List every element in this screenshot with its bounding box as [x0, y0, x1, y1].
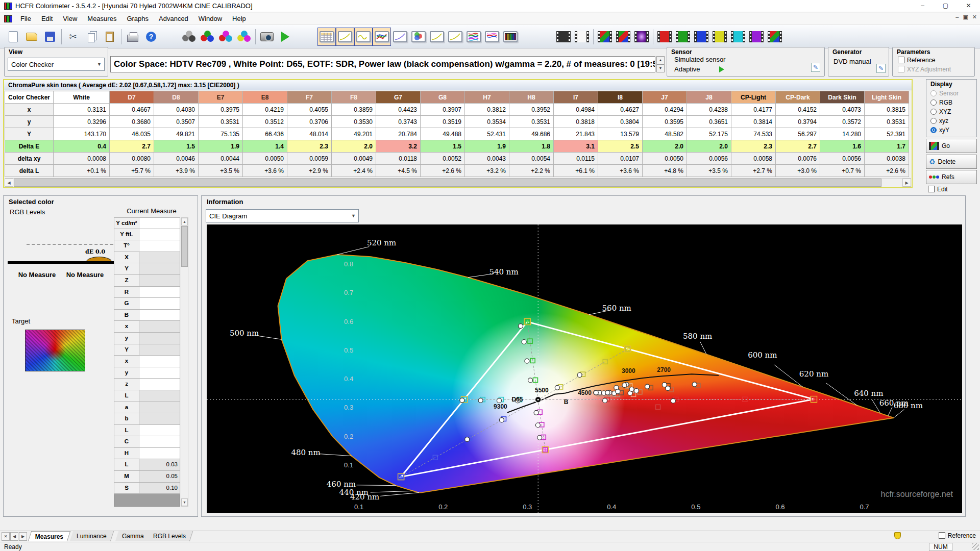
generator-config-icon[interactable]: ✎	[876, 64, 886, 73]
view-measures-grid-button[interactable]	[317, 28, 336, 46]
display-option-sensor[interactable]: Sensor	[930, 90, 959, 97]
display-option-xyz[interactable]: xyz	[930, 117, 948, 124]
menu-view[interactable]: View	[58, 13, 82, 24]
close-button[interactable]: ✕	[957, 0, 980, 12]
menu-graphs[interactable]: Graphs	[121, 13, 154, 24]
minimize-button[interactable]: –	[911, 0, 934, 12]
col-header-j8[interactable]: J8	[687, 91, 731, 104]
pattern-magenta-button[interactable]	[747, 28, 766, 46]
menu-file[interactable]: File	[15, 13, 36, 24]
capture-button[interactable]	[258, 28, 276, 46]
scrollbar-thumb[interactable]	[181, 226, 188, 267]
view-gamma-button[interactable]	[336, 28, 354, 46]
pattern-red-button[interactable]	[655, 28, 674, 46]
edit-checkbox[interactable]: Edit	[928, 186, 948, 193]
scrollbar-thumb[interactable]	[14, 179, 881, 187]
print-button[interactable]	[124, 28, 142, 46]
xyz-adjustment-checkbox[interactable]: XYZ Adjustment	[898, 66, 951, 73]
spinner-down-button[interactable]: ▼	[656, 64, 665, 72]
run-measures-button[interactable]	[276, 28, 295, 46]
menu-measures[interactable]: Measures	[82, 13, 121, 24]
mdi-restore-button[interactable]: ▣	[963, 14, 968, 20]
pattern-yellow-button[interactable]	[710, 28, 729, 46]
pattern-special-button[interactable]	[632, 28, 651, 46]
tab-nav-0[interactable]: ✕	[2, 532, 10, 541]
sensor-start-icon[interactable]	[719, 66, 724, 72]
view-histogram-button[interactable]	[483, 28, 501, 46]
view-neargray-button[interactable]	[391, 28, 409, 46]
cut-button[interactable]: ✂	[64, 28, 82, 46]
pattern-blue-button[interactable]	[692, 28, 710, 46]
resize-grip[interactable]	[972, 543, 979, 550]
mdi-minimize-button[interactable]: –	[955, 14, 959, 20]
view-rgb-levels-button[interactable]	[373, 28, 391, 46]
col-header-g8[interactable]: G8	[421, 91, 465, 104]
col-header-i7[interactable]: I7	[554, 91, 598, 104]
menu-window[interactable]: Window	[193, 13, 227, 24]
display-option-xyz[interactable]: XYZ	[930, 108, 951, 115]
pattern-black-button[interactable]	[554, 28, 573, 46]
new-document-button[interactable]	[4, 28, 22, 46]
col-header-white[interactable]: White	[54, 91, 110, 104]
col-header-f8[interactable]: F8	[332, 91, 376, 104]
col-header-j7[interactable]: J7	[643, 91, 687, 104]
go-button[interactable]: Go	[926, 139, 977, 153]
display-option-rgb[interactable]: RGB	[930, 99, 952, 106]
continuous-measures-button[interactable]	[235, 28, 253, 46]
col-header-cp-dark[interactable]: CP-Dark	[776, 91, 820, 104]
col-header-f7[interactable]: F7	[287, 91, 332, 104]
view-spectrum-button[interactable]	[501, 28, 520, 46]
col-header-light-skin[interactable]: Light Skin	[865, 91, 909, 104]
tab-nav-1[interactable]: ◀	[10, 532, 18, 541]
col-header-d7[interactable]: D7	[110, 91, 154, 104]
delete-button[interactable]: ♻ Delete	[926, 155, 977, 169]
col-header-d8[interactable]: D8	[154, 91, 199, 104]
pattern-white-button[interactable]	[573, 28, 591, 46]
mdi-close-button[interactable]: ✕	[972, 14, 977, 20]
spinner-up-button[interactable]: ▲	[656, 56, 665, 64]
tab-nav-2[interactable]: ▶	[19, 532, 27, 541]
diagram-type-dropdown[interactable]: CIE Diagram ▼	[206, 209, 359, 222]
pattern-colors-button[interactable]	[614, 28, 632, 46]
view-color-temp-button[interactable]	[464, 28, 483, 46]
view-cie-diagram-button[interactable]	[409, 28, 428, 46]
table-horizontal-scrollbar[interactable]: ◀ ▶	[5, 178, 911, 187]
scroll-down-icon[interactable]: ▼	[181, 498, 188, 506]
col-header-e8[interactable]: E8	[243, 91, 287, 104]
col-header-i8[interactable]: I8	[598, 91, 643, 104]
col-header-cp-light[interactable]: CP-Light	[731, 91, 776, 104]
scroll-left-icon[interactable]: ◀	[5, 179, 13, 187]
view-luminance-button[interactable]	[354, 28, 373, 46]
tab-rgb-levels[interactable]: RGB Levels	[146, 531, 193, 541]
col-header-g7[interactable]: G7	[376, 91, 421, 104]
reference-view-checkbox[interactable]: Reference	[939, 532, 976, 539]
view-type-dropdown[interactable]: Color Checker ▼	[8, 58, 105, 71]
measure-secondaries-button[interactable]	[216, 28, 235, 46]
sensor-settings-button[interactable]	[180, 28, 198, 46]
col-header-h8[interactable]: H8	[509, 91, 554, 104]
menu-advanced[interactable]: Advanced	[154, 13, 193, 24]
menu-help[interactable]: Help	[227, 13, 251, 24]
pattern-green-button[interactable]	[674, 28, 692, 46]
tab-luminance[interactable]: Luminance	[70, 531, 114, 541]
reference-checkbox[interactable]: Reference	[898, 57, 935, 64]
sensor-config-icon[interactable]: ✎	[811, 63, 820, 72]
pattern-rgb-button[interactable]	[766, 28, 784, 46]
paste-button[interactable]	[101, 28, 119, 46]
scroll-right-icon[interactable]: ▶	[902, 179, 911, 187]
col-header-e7[interactable]: E7	[199, 91, 243, 104]
maximize-button[interactable]: ▢	[934, 0, 957, 12]
tab-gamma[interactable]: Gamma	[115, 531, 151, 541]
menu-edit[interactable]: Edit	[36, 13, 58, 24]
view-luminance-2-button[interactable]	[428, 28, 446, 46]
pattern-grayscale-button[interactable]	[596, 28, 614, 46]
measure-vertical-scrollbar[interactable]: ▲ ▼	[181, 217, 188, 507]
scroll-up-icon[interactable]: ▲	[181, 218, 188, 226]
copy-button[interactable]	[82, 28, 101, 46]
col-header-dark-skin[interactable]: Dark Skin	[820, 91, 865, 104]
refs-button[interactable]: Refs	[926, 170, 977, 184]
open-file-button[interactable]	[22, 28, 41, 46]
col-header-h7[interactable]: H7	[465, 91, 509, 104]
measure-primaries-button[interactable]	[198, 28, 216, 46]
tab-measures[interactable]: Measures	[28, 531, 71, 541]
